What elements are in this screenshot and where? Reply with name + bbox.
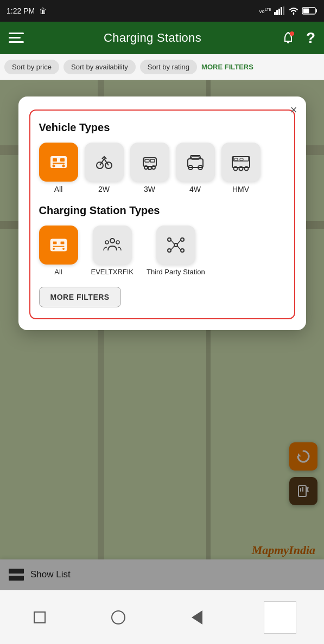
- svg-point-61: [181, 238, 184, 241]
- svg-rect-4: [278, 9, 280, 15]
- station-all-label: All: [54, 268, 62, 276]
- vehicle-type-4w[interactable]: 4W: [176, 143, 215, 194]
- trash-icon: 🗑: [39, 7, 47, 15]
- filter-modal: × Vehicle Types: [18, 96, 306, 330]
- back-icon: [192, 610, 202, 624]
- svg-point-54: [52, 248, 55, 250]
- svg-line-65: [177, 240, 181, 244]
- station-third-party-button[interactable]: [156, 226, 195, 265]
- svg-rect-10: [9, 33, 24, 34]
- vehicle-hmv-button[interactable]: [221, 143, 261, 182]
- svg-rect-26: [53, 158, 57, 162]
- vehicle-type-hmv[interactable]: HMV: [221, 143, 261, 194]
- back-nav-button[interactable]: [185, 606, 209, 629]
- svg-rect-52: [60, 241, 65, 244]
- svg-point-56: [110, 239, 115, 243]
- home-nav-button[interactable]: [106, 606, 130, 629]
- svg-rect-46: [240, 158, 243, 160]
- svg-rect-2: [274, 12, 276, 15]
- svg-rect-51: [53, 241, 57, 244]
- status-bar: 1:22 PM 🗑 Vo LTE: [0, 0, 324, 22]
- battery-icon: [302, 7, 317, 15]
- sort-by-availability-button[interactable]: Sort by availability: [63, 60, 136, 74]
- station-eveltxrfik-label: EVELTXRFIK: [91, 268, 134, 276]
- station-types-grid: All EVELTX: [39, 226, 285, 276]
- svg-rect-9: [303, 9, 309, 14]
- vehicle-2w-label: 2W: [98, 185, 110, 194]
- svg-rect-12: [9, 41, 24, 43]
- station-eveltxrfik-button[interactable]: [93, 226, 132, 265]
- bell-icon[interactable]: [281, 31, 295, 45]
- vehicle-all-button[interactable]: [39, 143, 78, 182]
- sort-by-rating-button[interactable]: Sort by rating: [140, 60, 197, 74]
- charging-station-types-title: Charging Station Types: [39, 204, 285, 217]
- svg-rect-11: [9, 37, 21, 38]
- vehicle-2w-button[interactable]: [85, 143, 124, 182]
- vehicle-type-all[interactable]: All: [39, 143, 78, 194]
- station-type-all[interactable]: All: [39, 226, 78, 276]
- nav-white-block: [264, 601, 296, 634]
- time-display: 1:22 PM: [7, 7, 35, 15]
- svg-point-57: [105, 241, 109, 244]
- station-all-button[interactable]: [39, 226, 78, 265]
- vehicle-type-3w[interactable]: 3W: [130, 143, 169, 194]
- close-modal-button[interactable]: ×: [290, 104, 297, 116]
- header-actions: ?: [281, 29, 315, 47]
- home-icon: [111, 610, 125, 624]
- svg-point-29: [52, 165, 55, 168]
- filter-bar: Sort by price Sort by availability Sort …: [0, 54, 324, 80]
- svg-rect-27: [60, 158, 65, 162]
- svg-point-14: [290, 31, 294, 36]
- svg-rect-5: [281, 7, 282, 15]
- svg-rect-28: [53, 163, 65, 164]
- sort-by-price-button[interactable]: Sort by price: [4, 60, 59, 74]
- svg-line-66: [171, 246, 174, 250]
- vehicle-all-label: All: [54, 185, 63, 194]
- svg-rect-13: [287, 41, 289, 43]
- svg-line-67: [177, 246, 181, 250]
- modal-content-border: Vehicle Types All: [29, 110, 295, 319]
- station-type-third-party[interactable]: Third Party Station: [147, 226, 205, 276]
- vehicle-hmv-label: HMV: [232, 185, 249, 194]
- svg-rect-39: [188, 159, 203, 168]
- help-icon[interactable]: ?: [306, 29, 315, 47]
- station-type-eveltxrfik[interactable]: EVELTXRFIK: [91, 226, 134, 276]
- svg-rect-42: [192, 157, 199, 159]
- svg-rect-8: [316, 9, 317, 12]
- status-right: Vo LTE: [259, 7, 317, 15]
- svg-point-62: [168, 249, 171, 252]
- app-header: Charging Stations ?: [0, 22, 324, 54]
- svg-point-59: [174, 243, 177, 247]
- svg-rect-53: [53, 246, 65, 247]
- svg-line-64: [171, 240, 174, 244]
- signal-icon: [274, 7, 285, 15]
- svg-point-30: [62, 165, 65, 168]
- svg-point-55: [62, 248, 65, 250]
- vehicle-types-title: Vehicle Types: [39, 121, 285, 134]
- svg-point-37: [152, 166, 155, 169]
- svg-rect-35: [150, 159, 155, 162]
- more-filters-chip[interactable]: MORE FILTERS: [201, 63, 253, 71]
- svg-rect-6: [283, 7, 284, 15]
- svg-text:Vo: Vo: [259, 9, 265, 14]
- svg-rect-3: [276, 10, 278, 15]
- svg-point-38: [148, 166, 151, 170]
- status-left: 1:22 PM 🗑: [7, 7, 47, 15]
- svg-rect-34: [145, 159, 149, 162]
- svg-point-63: [181, 249, 184, 252]
- vehicle-4w-label: 4W: [189, 185, 201, 194]
- wifi-icon: [288, 7, 299, 15]
- svg-point-60: [168, 238, 171, 241]
- volte-indicator: Vo LTE: [259, 7, 271, 15]
- vehicle-types-grid: All 2W: [39, 143, 285, 194]
- vehicle-type-2w[interactable]: 2W: [85, 143, 124, 194]
- vehicle-4w-button[interactable]: [176, 143, 215, 182]
- modal-overlay: × Vehicle Types: [0, 80, 324, 590]
- nav-bar: [0, 590, 324, 644]
- vehicle-3w-button[interactable]: [130, 143, 169, 182]
- menu-icon[interactable]: [9, 33, 24, 43]
- square-nav-button[interactable]: [28, 606, 52, 629]
- more-filters-button[interactable]: MORE FILTERS: [39, 287, 121, 307]
- station-third-party-label: Third Party Station: [147, 268, 205, 276]
- vehicle-3w-label: 3W: [144, 185, 155, 194]
